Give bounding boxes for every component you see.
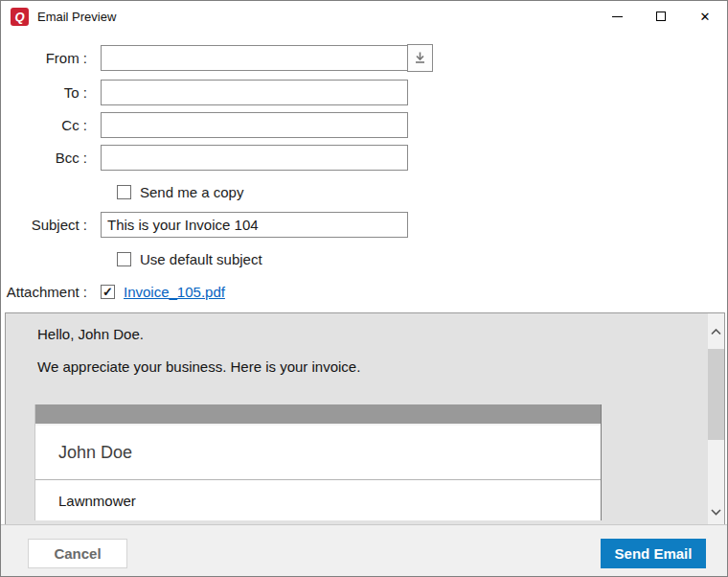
quickbooks-logo-icon: Q xyxy=(11,8,29,26)
attachment-row: Attachment : ✓ Invoice_105.pdf xyxy=(1,284,727,300)
from-row: From : xyxy=(1,44,727,72)
invoice-table: John Doe Lawnmower xyxy=(34,404,602,520)
cc-row: Cc : xyxy=(1,112,727,138)
from-field-group xyxy=(101,44,433,72)
maximize-button[interactable] xyxy=(639,1,683,32)
titlebar: Q Email Preview ✕ xyxy=(1,1,727,32)
download-arrow-icon xyxy=(414,51,426,65)
chevron-down-icon xyxy=(711,509,721,516)
use-default-subject-checkbox[interactable] xyxy=(117,252,131,266)
to-input[interactable] xyxy=(101,80,408,105)
invoice-customer-row: John Doe xyxy=(35,426,601,480)
send-email-button[interactable]: Send Email xyxy=(601,539,706,568)
subject-input[interactable] xyxy=(101,212,408,238)
window-controls: ✕ xyxy=(595,1,727,32)
use-default-subject-row: Use default subject xyxy=(117,250,727,267)
from-input[interactable] xyxy=(101,45,408,71)
window-title: Email Preview xyxy=(37,10,116,24)
from-label: From : xyxy=(1,50,101,66)
email-body-preview: Hello, John Doe. We appreciate your busi… xyxy=(5,312,725,526)
send-me-copy-checkbox[interactable] xyxy=(117,185,131,199)
cancel-button[interactable]: Cancel xyxy=(28,539,127,568)
from-picker-button[interactable] xyxy=(407,44,433,72)
attachment-checkbox[interactable]: ✓ xyxy=(101,285,115,299)
send-me-copy-label: Send me a copy xyxy=(140,184,243,200)
minimize-button[interactable] xyxy=(595,1,639,32)
email-body-content: Hello, John Doe. We appreciate your busi… xyxy=(6,313,724,520)
close-button[interactable]: ✕ xyxy=(683,1,727,32)
to-row: To : xyxy=(1,80,727,105)
invoice-item-row: Lawnmower xyxy=(35,480,601,520)
greeting-text: Hello, John Doe. xyxy=(37,326,724,342)
to-label: To : xyxy=(1,84,101,101)
scrollbar-thumb[interactable] xyxy=(708,349,724,440)
use-default-subject-label: Use default subject xyxy=(140,251,262,267)
preview-scrollbar[interactable] xyxy=(708,313,724,525)
email-preview-window: Q Email Preview ✕ From : xyxy=(0,0,728,577)
attachment-label: Attachment : xyxy=(1,284,101,300)
bcc-input[interactable] xyxy=(101,145,408,171)
email-form: From : To : Cc : Bcc : xyxy=(1,32,727,300)
cc-label: Cc : xyxy=(1,117,101,133)
scroll-up-button[interactable] xyxy=(708,321,724,342)
cc-input[interactable] xyxy=(101,112,408,138)
subject-label: Subject : xyxy=(1,217,101,233)
message-text: We appreciate your business. Here is you… xyxy=(37,358,724,375)
chevron-up-icon xyxy=(711,329,721,335)
attachment-link[interactable]: Invoice_105.pdf xyxy=(124,284,225,300)
subject-row: Subject : xyxy=(1,212,727,238)
bcc-label: Bcc : xyxy=(1,150,101,166)
scroll-down-button[interactable] xyxy=(708,501,724,522)
invoice-table-header-bar xyxy=(35,404,601,426)
footer-bar: Cancel Send Email xyxy=(1,524,727,576)
bcc-row: Bcc : xyxy=(1,145,727,171)
send-me-copy-row: Send me a copy xyxy=(117,183,727,200)
checkmark-icon: ✓ xyxy=(102,286,113,298)
minimize-icon xyxy=(612,16,623,17)
close-icon: ✕ xyxy=(700,11,711,23)
maximize-icon xyxy=(656,12,666,21)
